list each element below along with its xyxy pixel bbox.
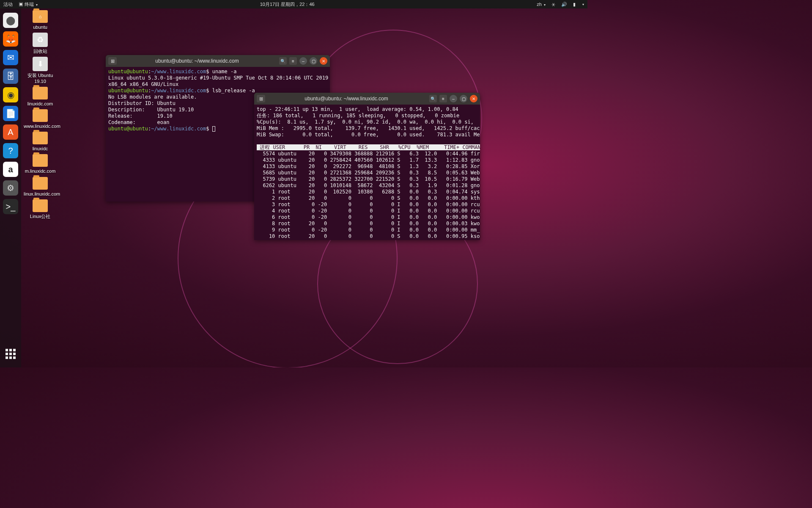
terminal-2-title: ubuntu@ubuntu: ~/www.linuxidc.com [266,96,427,102]
dock-icon-writer[interactable]: 📄 [3,106,18,121]
desktop-icon[interactable]: linuxidc.com [24,87,57,107]
dock-icon-software[interactable]: A [3,124,18,140]
dock-icon-settings[interactable]: ⚙ [3,180,18,196]
desktop-icon-label: m.linuxidc.com [24,168,57,174]
maximize-button[interactable]: ▢ [310,57,317,65]
desktop-icon[interactable]: m.linuxidc.com [24,154,57,174]
dock: ⬤ 🦊 ✉ 🗄 ◉ 📄 A ? a ⚙ >_ [0,8,21,367]
activities-button[interactable]: 活动 [3,1,13,8]
app-menu[interactable]: ▣ 终端 ▾ [19,1,38,8]
search-icon[interactable]: 🔍 [429,95,437,102]
desktop: ⌂ubuntu♻回收站⬇安装 Ubuntu 19.10linuxidc.comw… [24,10,57,222]
special-icon: ⬇ [33,57,48,71]
dock-icon-disk[interactable]: ⬤ [3,13,18,28]
system-menu[interactable]: ▾ [582,3,584,6]
close-button[interactable]: ✕ [470,95,477,102]
desktop-icon-label: linuxidc [24,146,57,152]
battery-icon[interactable]: ▮ [573,2,576,7]
volume-icon[interactable]: 🔊 [561,2,567,7]
dock-icon-terminal[interactable]: >_ [3,199,18,214]
dock-icon-firefox[interactable]: 🦊 [3,31,18,47]
desktop-icon-label: www.linuxidc.com [24,124,57,129]
menu-icon[interactable]: ≡ [439,95,447,102]
folder-icon [33,132,48,144]
terminal-2-titlebar[interactable]: ⊞ ubuntu@ubuntu: ~/www.linuxidc.com 🔍 ≡ … [254,93,480,105]
top-header-row: 进程 USER PR NI VIRT RES SHR %CPU %MEM TIM… [257,144,480,150]
minimize-button[interactable]: – [299,57,307,65]
folder-icon [33,177,48,190]
special-icon: ♻ [33,33,48,47]
top-panel: 活动 ▣ 终端 ▾ 10月17日 星期四，22：46 zh ▾ ⚹ 🔊 ▮ ▾ [0,0,587,8]
desktop-icon[interactable]: ⬇安装 Ubuntu 19.10 [24,57,57,84]
terminal-2-body[interactable]: top - 22:46:11 up 13 min, 1 user, load a… [254,105,480,240]
maximize-button[interactable]: ▢ [460,95,467,102]
input-method[interactable]: zh ▾ [537,2,546,7]
dock-icon-amazon[interactable]: a [3,162,18,177]
cursor [212,126,215,132]
desktop-icon[interactable]: Linux公社 [24,199,57,219]
desktop-icon[interactable]: ♻回收站 [24,33,57,54]
folder-icon [33,87,48,99]
desktop-icon[interactable]: www.linuxidc.com [24,109,57,129]
desktop-icon[interactable]: linux.linuxidc.com [24,177,57,197]
clock[interactable]: 10月17日 星期四，22：46 [38,1,537,8]
terminal-1-title: ubuntu@ubuntu: ~/www.linuxidc.com [118,58,277,64]
menu-icon[interactable]: ≡ [289,57,297,65]
folder-icon [33,109,48,122]
desktop-icon[interactable]: linuxidc [24,132,57,152]
close-button[interactable]: ✕ [320,57,327,65]
dock-icon-thunderbird[interactable]: ✉ [3,50,18,65]
show-applications[interactable] [3,346,18,362]
top-process-rows: 5574 ubuntu 20 0 3479308 368888 212916 S… [257,151,480,240]
dock-icon-rhythmbox[interactable]: ◉ [3,87,18,102]
terminal-1-titlebar[interactable]: ⊞ ubuntu@ubuntu: ~/www.linuxidc.com 🔍 ≡ … [106,55,330,67]
folder-icon [33,199,48,212]
minimize-button[interactable]: – [450,95,457,102]
new-tab-icon[interactable]: ⊞ [257,95,265,102]
desktop-icon-label: 安装 Ubuntu 19.10 [24,73,57,84]
desktop-icon-label: 回收站 [24,49,57,54]
folder-icon: ⌂ [33,10,48,23]
desktop-icon-label: linuxidc.com [24,101,57,107]
network-icon[interactable]: ⚹ [551,2,555,7]
dock-icon-files[interactable]: 🗄 [3,69,18,84]
desktop-icon-label: Linux公社 [24,214,57,219]
folder-icon [33,154,48,167]
desktop-icon-label: linux.linuxidc.com [24,191,57,197]
terminal-window-2[interactable]: ⊞ ubuntu@ubuntu: ~/www.linuxidc.com 🔍 ≡ … [254,93,480,240]
desktop-icon-label: ubuntu [24,25,57,30]
desktop-icon[interactable]: ⌂ubuntu [24,10,57,30]
dock-icon-help[interactable]: ? [3,143,18,158]
new-tab-icon[interactable]: ⊞ [108,57,117,65]
search-icon[interactable]: 🔍 [279,57,287,65]
